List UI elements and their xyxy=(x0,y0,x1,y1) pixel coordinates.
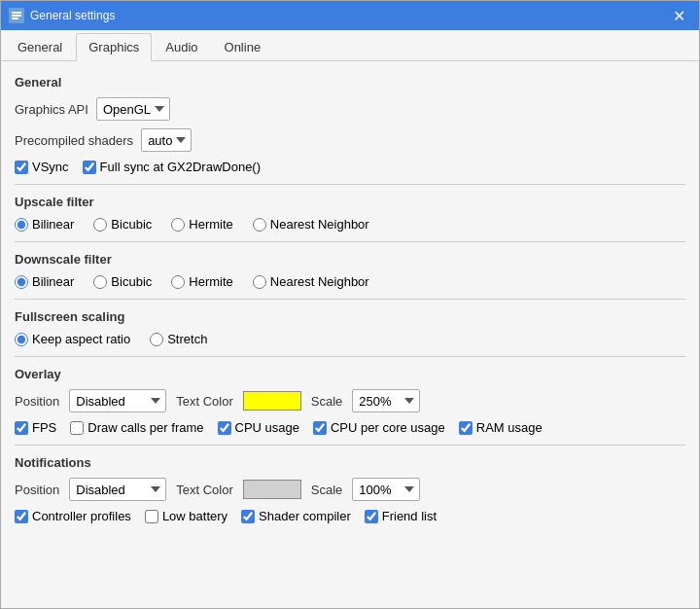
overlay-drawcalls-item: Draw calls per frame xyxy=(70,420,203,435)
precompiled-shaders-label: Precompiled shaders xyxy=(15,133,133,148)
tab-bar: General Graphics Audio Online xyxy=(1,30,699,61)
overlay-ram-checkbox[interactable] xyxy=(459,421,472,435)
svg-rect-2 xyxy=(12,15,21,17)
overlay-cpu-item: CPU usage xyxy=(218,420,299,435)
divider-1 xyxy=(15,184,685,185)
fullscreen-keep-label: Keep aspect ratio xyxy=(32,332,130,346)
overlay-cpu-label: CPU usage xyxy=(235,420,299,435)
general-section-label: General xyxy=(15,75,685,90)
overlay-color-swatch[interactable] xyxy=(243,391,301,411)
upscale-bicubic: Bicubic xyxy=(93,217,152,232)
upscale-hermite-radio[interactable] xyxy=(171,218,185,232)
tab-graphics[interactable]: Graphics xyxy=(76,33,152,61)
graphics-api-select[interactable]: OpenGL Vulkan xyxy=(96,97,170,121)
overlay-drawcalls-label: Draw calls per frame xyxy=(88,420,203,435)
notifications-controls-row: Position Disabled Top Left Top Right Bot… xyxy=(15,478,685,501)
graphics-api-row: Graphics API OpenGL Vulkan xyxy=(15,97,685,121)
notifications-battery-checkbox[interactable] xyxy=(145,510,158,523)
notifications-friend-item: Friend list xyxy=(365,509,437,523)
downscale-hermite-radio[interactable] xyxy=(171,275,185,289)
notifications-controller-checkbox[interactable] xyxy=(15,510,28,523)
overlay-cpucore-item: CPU per core usage xyxy=(313,420,445,435)
overlay-drawcalls-checkbox[interactable] xyxy=(70,421,84,435)
title-bar-text: General settings xyxy=(30,9,666,22)
overlay-position-select[interactable]: Disabled Top Left Top Right Bottom Left … xyxy=(69,389,166,412)
vsync-checkbox-item: VSync xyxy=(15,160,69,174)
downscale-bilinear: Bilinear xyxy=(15,274,74,289)
upscale-bicubic-label: Bicubic xyxy=(111,217,152,232)
notifications-shader-checkbox[interactable] xyxy=(241,510,255,523)
downscale-bilinear-label: Bilinear xyxy=(32,274,74,289)
fullscreen-radio-row: Keep aspect ratio Stretch xyxy=(15,332,685,346)
overlay-cpucore-checkbox[interactable] xyxy=(313,421,327,435)
notifications-shader-label: Shader compiler xyxy=(259,509,351,523)
notifications-text-color-label: Text Color xyxy=(176,483,233,497)
notifications-scale-label: Scale xyxy=(311,483,343,497)
tab-audio[interactable]: Audio xyxy=(153,33,210,60)
fullscreen-stretch-radio[interactable] xyxy=(150,333,163,346)
main-window: General settings ✕ General Graphics Audi… xyxy=(0,0,700,609)
graphics-api-label: Graphics API xyxy=(15,102,88,117)
upscale-nearest-label: Nearest Neighbor xyxy=(270,217,369,232)
upscale-bilinear-label: Bilinear xyxy=(32,217,74,232)
downscale-bicubic-label: Bicubic xyxy=(111,274,152,289)
downscale-section-label: Downscale filter xyxy=(15,252,685,267)
overlay-fps-item: FPS xyxy=(15,420,56,435)
upscale-bicubic-radio[interactable] xyxy=(93,218,107,232)
downscale-bilinear-radio[interactable] xyxy=(15,275,28,289)
overlay-scale-label: Scale xyxy=(311,394,343,409)
fullsync-checkbox[interactable] xyxy=(83,161,96,174)
overlay-cpucore-label: CPU per core usage xyxy=(331,420,445,435)
notifications-friend-checkbox[interactable] xyxy=(365,510,378,523)
tab-online[interactable]: Online xyxy=(212,33,274,60)
upscale-section-label: Upscale filter xyxy=(15,195,685,209)
fullsync-label: Full sync at GX2DrawDone() xyxy=(100,160,261,174)
notifications-friend-label: Friend list xyxy=(382,509,437,523)
vsync-checkbox[interactable] xyxy=(15,161,28,174)
overlay-ram-label: RAM usage xyxy=(476,420,542,435)
notifications-section-label: Notifications xyxy=(15,455,685,470)
upscale-nearest: Nearest Neighbor xyxy=(253,217,369,232)
downscale-nearest-radio[interactable] xyxy=(253,275,266,289)
notifications-position-label: Position xyxy=(15,483,59,497)
divider-2 xyxy=(15,241,685,242)
overlay-checkboxes: FPS Draw calls per frame CPU usage CPU p… xyxy=(15,420,685,435)
precompiled-shaders-select[interactable]: auto on off xyxy=(141,128,192,152)
upscale-hermite: Hermite xyxy=(171,217,233,232)
overlay-controls-row: Position Disabled Top Left Top Right Bot… xyxy=(15,389,685,412)
notifications-shader-item: Shader compiler xyxy=(241,509,351,523)
overlay-text-color-label: Text Color xyxy=(176,394,233,409)
upscale-bilinear-radio[interactable] xyxy=(15,218,28,232)
divider-5 xyxy=(15,445,685,446)
svg-rect-1 xyxy=(12,12,21,14)
notifications-controller-item: Controller profiles xyxy=(15,509,131,523)
tab-general[interactable]: General xyxy=(5,33,75,60)
downscale-hermite-label: Hermite xyxy=(189,274,233,289)
fullscreen-keep-radio[interactable] xyxy=(15,333,28,346)
overlay-cpu-checkbox[interactable] xyxy=(218,421,231,435)
overlay-ram-item: RAM usage xyxy=(459,420,542,435)
downscale-nearest: Nearest Neighbor xyxy=(253,274,369,289)
notifications-battery-label: Low battery xyxy=(162,509,228,523)
upscale-nearest-radio[interactable] xyxy=(253,218,266,232)
close-button[interactable]: ✕ xyxy=(666,3,691,28)
app-icon xyxy=(9,8,24,23)
notifications-color-swatch[interactable] xyxy=(243,480,301,499)
fullscreen-stretch-label: Stretch xyxy=(167,332,207,346)
vsync-label: VSync xyxy=(32,160,69,174)
upscale-radio-row: Bilinear Bicubic Hermite Nearest Neighbo… xyxy=(15,217,685,232)
upscale-bilinear: Bilinear xyxy=(15,217,74,232)
downscale-bicubic-radio[interactable] xyxy=(93,275,107,289)
notifications-scale-select[interactable]: 100% 150% 200% 250% xyxy=(352,478,420,501)
fullscreen-stretch: Stretch xyxy=(150,332,207,346)
overlay-section-label: Overlay xyxy=(15,367,685,381)
notifications-position-select[interactable]: Disabled Top Left Top Right Bottom Left … xyxy=(69,478,166,501)
overlay-fps-checkbox[interactable] xyxy=(15,421,28,435)
downscale-nearest-label: Nearest Neighbor xyxy=(270,274,369,289)
overlay-fps-label: FPS xyxy=(32,420,56,435)
overlay-scale-select[interactable]: 250% 100% 150% 200% xyxy=(352,389,420,412)
precompiled-shaders-row: Precompiled shaders auto on off xyxy=(15,128,685,152)
notifications-checkboxes: Controller profiles Low battery Shader c… xyxy=(15,509,685,523)
fullscreen-keep: Keep aspect ratio xyxy=(15,332,130,346)
notifications-controller-label: Controller profiles xyxy=(32,509,131,523)
